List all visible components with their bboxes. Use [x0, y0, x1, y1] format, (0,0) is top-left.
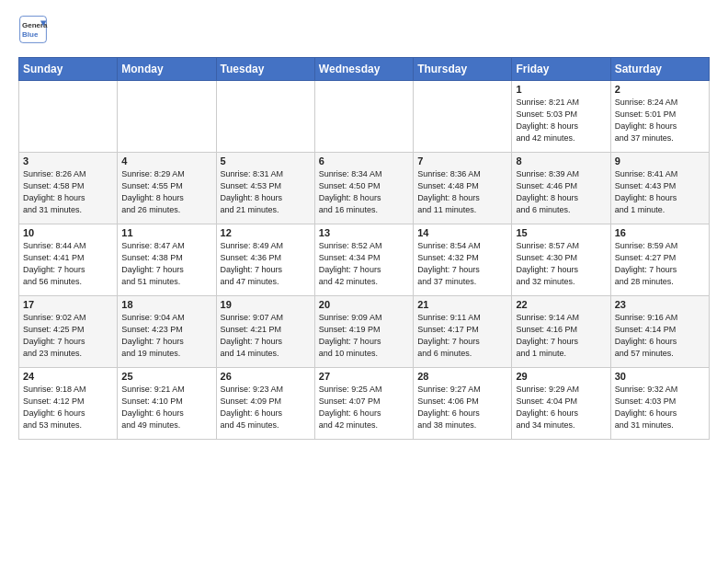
logo-icon: General Blue — [18, 15, 48, 44]
calendar-cell: 28Sunrise: 9:27 AM Sunset: 4:06 PM Dayli… — [414, 368, 512, 440]
day-info: Sunrise: 9:07 AM Sunset: 4:21 PM Dayligh… — [221, 312, 311, 360]
day-number: 15 — [516, 227, 606, 238]
calendar-cell: 22Sunrise: 9:14 AM Sunset: 4:16 PM Dayli… — [512, 296, 610, 368]
calendar-cell: 15Sunrise: 8:57 AM Sunset: 4:30 PM Dayli… — [512, 224, 610, 296]
calendar-cell: 21Sunrise: 9:11 AM Sunset: 4:17 PM Dayli… — [414, 296, 512, 368]
header: General Blue — [18, 15, 710, 44]
calendar-cell: 4Sunrise: 8:29 AM Sunset: 4:55 PM Daylig… — [118, 153, 216, 224]
day-info: Sunrise: 8:59 AM Sunset: 4:27 PM Dayligh… — [615, 240, 705, 288]
day-number: 26 — [221, 371, 311, 382]
day-number: 28 — [417, 371, 507, 382]
calendar-week-2: 10Sunrise: 8:44 AM Sunset: 4:41 PM Dayli… — [19, 224, 710, 296]
calendar-header-tuesday: Tuesday — [216, 58, 314, 81]
svg-text:Blue: Blue — [22, 30, 39, 39]
calendar-cell — [19, 81, 118, 153]
calendar-cell: 5Sunrise: 8:31 AM Sunset: 4:53 PM Daylig… — [216, 153, 314, 224]
day-number: 16 — [615, 227, 705, 238]
day-info: Sunrise: 8:29 AM Sunset: 4:55 PM Dayligh… — [121, 168, 211, 216]
calendar-week-3: 17Sunrise: 9:02 AM Sunset: 4:25 PM Dayli… — [19, 296, 710, 368]
day-info: Sunrise: 8:31 AM Sunset: 4:53 PM Dayligh… — [221, 168, 311, 216]
day-info: Sunrise: 8:26 AM Sunset: 4:58 PM Dayligh… — [23, 168, 113, 216]
calendar-cell — [314, 81, 413, 153]
day-number: 20 — [319, 299, 409, 310]
day-number: 6 — [319, 155, 409, 167]
day-number: 24 — [23, 371, 113, 382]
day-number: 17 — [23, 299, 113, 310]
calendar-cell — [414, 81, 512, 153]
day-info: Sunrise: 9:18 AM Sunset: 4:12 PM Dayligh… — [23, 384, 113, 431]
calendar-cell: 2Sunrise: 8:24 AM Sunset: 5:01 PM Daylig… — [610, 81, 709, 153]
calendar-cell — [118, 81, 216, 153]
day-number: 27 — [319, 371, 409, 382]
day-number: 8 — [516, 155, 606, 167]
calendar-header-wednesday: Wednesday — [314, 58, 413, 81]
day-number: 13 — [319, 227, 409, 238]
calendar-cell: 24Sunrise: 9:18 AM Sunset: 4:12 PM Dayli… — [19, 368, 118, 440]
calendar-week-0: 1Sunrise: 8:21 AM Sunset: 5:03 PM Daylig… — [19, 81, 710, 153]
day-info: Sunrise: 9:02 AM Sunset: 4:25 PM Dayligh… — [23, 312, 113, 360]
logo: General Blue — [18, 15, 51, 44]
day-number: 1 — [516, 84, 606, 95]
calendar-cell: 9Sunrise: 8:41 AM Sunset: 4:43 PM Daylig… — [610, 153, 709, 224]
calendar-cell: 26Sunrise: 9:23 AM Sunset: 4:09 PM Dayli… — [216, 368, 314, 440]
day-number: 5 — [221, 155, 311, 167]
day-info: Sunrise: 8:54 AM Sunset: 4:32 PM Dayligh… — [417, 240, 507, 288]
calendar-cell: 19Sunrise: 9:07 AM Sunset: 4:21 PM Dayli… — [216, 296, 314, 368]
day-number: 10 — [23, 227, 113, 238]
day-number: 9 — [615, 155, 705, 167]
calendar-header-saturday: Saturday — [610, 58, 709, 81]
day-info: Sunrise: 9:16 AM Sunset: 4:14 PM Dayligh… — [615, 312, 705, 360]
day-info: Sunrise: 9:32 AM Sunset: 4:03 PM Dayligh… — [615, 384, 705, 431]
calendar-cell: 17Sunrise: 9:02 AM Sunset: 4:25 PM Dayli… — [19, 296, 118, 368]
day-info: Sunrise: 8:52 AM Sunset: 4:34 PM Dayligh… — [319, 240, 409, 288]
day-info: Sunrise: 9:09 AM Sunset: 4:19 PM Dayligh… — [319, 312, 409, 360]
calendar-cell — [216, 81, 314, 153]
day-number: 22 — [516, 299, 606, 310]
calendar-cell: 18Sunrise: 9:04 AM Sunset: 4:23 PM Dayli… — [118, 296, 216, 368]
calendar-cell: 16Sunrise: 8:59 AM Sunset: 4:27 PM Dayli… — [610, 224, 709, 296]
day-number: 7 — [417, 155, 507, 167]
day-number: 14 — [417, 227, 507, 238]
day-number: 12 — [221, 227, 311, 238]
calendar-cell: 11Sunrise: 8:47 AM Sunset: 4:38 PM Dayli… — [118, 224, 216, 296]
day-info: Sunrise: 8:47 AM Sunset: 4:38 PM Dayligh… — [121, 240, 211, 288]
calendar-cell: 20Sunrise: 9:09 AM Sunset: 4:19 PM Dayli… — [314, 296, 413, 368]
day-number: 21 — [417, 299, 507, 310]
calendar-cell: 7Sunrise: 8:36 AM Sunset: 4:48 PM Daylig… — [414, 153, 512, 224]
calendar-cell: 27Sunrise: 9:25 AM Sunset: 4:07 PM Dayli… — [314, 368, 413, 440]
calendar-header-friday: Friday — [512, 58, 610, 81]
calendar-cell: 13Sunrise: 8:52 AM Sunset: 4:34 PM Dayli… — [314, 224, 413, 296]
calendar-cell: 3Sunrise: 8:26 AM Sunset: 4:58 PM Daylig… — [19, 153, 118, 224]
day-number: 3 — [23, 155, 113, 167]
calendar-header-sunday: Sunday — [19, 58, 118, 81]
calendar-cell: 30Sunrise: 9:32 AM Sunset: 4:03 PM Dayli… — [610, 368, 709, 440]
day-info: Sunrise: 9:14 AM Sunset: 4:16 PM Dayligh… — [516, 312, 606, 360]
calendar-cell: 10Sunrise: 8:44 AM Sunset: 4:41 PM Dayli… — [19, 224, 118, 296]
calendar-cell: 1Sunrise: 8:21 AM Sunset: 5:03 PM Daylig… — [512, 81, 610, 153]
calendar-cell: 23Sunrise: 9:16 AM Sunset: 4:14 PM Dayli… — [610, 296, 709, 368]
day-info: Sunrise: 8:41 AM Sunset: 4:43 PM Dayligh… — [615, 168, 705, 216]
day-info: Sunrise: 9:23 AM Sunset: 4:09 PM Dayligh… — [221, 384, 311, 431]
day-info: Sunrise: 8:57 AM Sunset: 4:30 PM Dayligh… — [516, 240, 606, 288]
calendar: SundayMondayTuesdayWednesdayThursdayFrid… — [18, 57, 710, 440]
day-number: 4 — [121, 155, 211, 167]
day-info: Sunrise: 9:04 AM Sunset: 4:23 PM Dayligh… — [121, 312, 211, 360]
calendar-cell: 25Sunrise: 9:21 AM Sunset: 4:10 PM Dayli… — [118, 368, 216, 440]
day-info: Sunrise: 9:11 AM Sunset: 4:17 PM Dayligh… — [417, 312, 507, 360]
calendar-header-thursday: Thursday — [414, 58, 512, 81]
calendar-cell: 29Sunrise: 9:29 AM Sunset: 4:04 PM Dayli… — [512, 368, 610, 440]
day-info: Sunrise: 8:44 AM Sunset: 4:41 PM Dayligh… — [23, 240, 113, 288]
day-info: Sunrise: 8:21 AM Sunset: 5:03 PM Dayligh… — [516, 97, 606, 144]
day-number: 25 — [121, 371, 211, 382]
day-info: Sunrise: 9:27 AM Sunset: 4:06 PM Dayligh… — [417, 384, 507, 431]
calendar-cell: 14Sunrise: 8:54 AM Sunset: 4:32 PM Dayli… — [414, 224, 512, 296]
day-info: Sunrise: 9:29 AM Sunset: 4:04 PM Dayligh… — [516, 384, 606, 431]
day-info: Sunrise: 9:25 AM Sunset: 4:07 PM Dayligh… — [319, 384, 409, 431]
day-number: 11 — [121, 227, 211, 238]
calendar-cell: 8Sunrise: 8:39 AM Sunset: 4:46 PM Daylig… — [512, 153, 610, 224]
day-info: Sunrise: 8:24 AM Sunset: 5:01 PM Dayligh… — [615, 97, 705, 144]
day-number: 2 — [615, 84, 705, 95]
calendar-week-4: 24Sunrise: 9:18 AM Sunset: 4:12 PM Dayli… — [19, 368, 710, 440]
calendar-week-1: 3Sunrise: 8:26 AM Sunset: 4:58 PM Daylig… — [19, 153, 710, 224]
day-info: Sunrise: 8:39 AM Sunset: 4:46 PM Dayligh… — [516, 168, 606, 216]
